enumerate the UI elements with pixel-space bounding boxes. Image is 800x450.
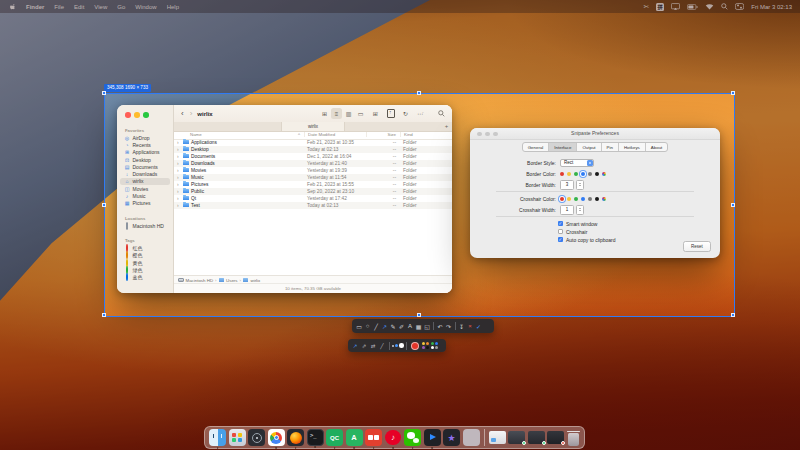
- border-width-stepper[interactable]: [576, 180, 584, 190]
- palette-blue[interactable]: [435, 342, 438, 345]
- pencil-tool-icon[interactable]: ✎: [389, 321, 397, 332]
- sidebar-item-pictures[interactable]: ▦Pictures: [120, 200, 170, 207]
- color-yellow-swatch[interactable]: [567, 172, 571, 176]
- dock-finder-icon[interactable]: [209, 429, 226, 446]
- column-view-button[interactable]: ▥: [343, 108, 354, 119]
- disclosure-icon[interactable]: ›: [177, 146, 181, 152]
- sidebar-tag-yellow[interactable]: 黄色: [120, 259, 170, 266]
- sidebar-item-airdrop[interactable]: ◎AirDrop: [120, 134, 170, 141]
- tab-output[interactable]: Output: [577, 143, 601, 151]
- color-custom-swatch[interactable]: [602, 172, 606, 176]
- sidebar-item-recents[interactable]: ◔Recents: [120, 141, 170, 148]
- zoom-button[interactable]: [143, 112, 149, 118]
- toolbar-search-icon[interactable]: [436, 108, 447, 119]
- action-menu-button[interactable]: ⋯ˇ: [415, 108, 426, 119]
- selection-handle[interactable]: [731, 203, 735, 207]
- sidebar-tag-blue[interactable]: 蓝色: [120, 273, 170, 280]
- disclosure-icon[interactable]: ›: [177, 181, 181, 187]
- dock-qc-app-icon[interactable]: QC: [326, 429, 343, 446]
- dock-dark-browser-icon[interactable]: [248, 429, 265, 446]
- disclosure-icon[interactable]: ›: [177, 153, 181, 159]
- sidebar-tag-green[interactable]: 绿色: [120, 266, 170, 273]
- redo-icon[interactable]: ↷: [445, 321, 453, 332]
- disclosure-icon[interactable]: ›: [177, 160, 181, 166]
- minimized-window-thumbnail[interactable]: [489, 431, 506, 444]
- color-red-swatch[interactable]: [560, 172, 564, 176]
- text-tool-icon[interactable]: A: [406, 321, 414, 332]
- selection-handle[interactable]: [417, 313, 421, 317]
- dock-wechat-icon[interactable]: [404, 429, 421, 446]
- path-item-disk[interactable]: Macintosh HD: [186, 278, 214, 283]
- menu-bar-clock[interactable]: Fri Mar 3 02:13: [751, 4, 792, 10]
- color-black-swatch[interactable]: [595, 197, 599, 201]
- sync-button[interactable]: ↻: [400, 108, 411, 119]
- cancel-icon[interactable]: ×: [466, 321, 474, 332]
- eraser-tool-icon[interactable]: ◱: [423, 321, 431, 332]
- tab-pin[interactable]: Pin: [602, 143, 619, 151]
- color-green-swatch[interactable]: [574, 172, 578, 176]
- mosaic-tool-icon[interactable]: ▦: [415, 321, 423, 332]
- color-blue-swatch-selected[interactable]: [581, 172, 585, 176]
- arrow-style-solid-icon[interactable]: ↗: [351, 341, 359, 351]
- dock-video-player-icon[interactable]: [424, 429, 441, 446]
- tab-about[interactable]: About: [646, 143, 667, 151]
- rectangle-tool-icon[interactable]: ▭: [355, 321, 363, 332]
- menu-window[interactable]: Window: [135, 4, 156, 10]
- size-small-dot[interactable]: [392, 345, 394, 347]
- icon-view-button[interactable]: ⊞: [319, 108, 330, 119]
- wifi-icon[interactable]: [705, 3, 714, 10]
- dock-terminal-icon[interactable]: >_: [307, 429, 324, 446]
- column-size[interactable]: Size: [366, 132, 400, 137]
- minimize-button[interactable]: [485, 132, 490, 137]
- selection-handle[interactable]: [417, 91, 421, 95]
- snipaste-menu-icon[interactable]: ✂: [643, 3, 649, 11]
- undo-icon[interactable]: ↶: [436, 321, 444, 332]
- minimized-window-thumbnail[interactable]: [547, 431, 564, 444]
- palette-orange[interactable]: [426, 342, 429, 345]
- close-button[interactable]: [125, 112, 131, 118]
- path-item-home[interactable]: wirlix: [250, 278, 260, 283]
- new-tab-button[interactable]: +: [443, 123, 450, 130]
- battery-icon[interactable]: [687, 4, 698, 10]
- color-custom-swatch[interactable]: [602, 197, 606, 201]
- sidebar-item-documents[interactable]: ▤Documents: [120, 163, 170, 170]
- sidebar-tag-orange[interactable]: 橙色: [120, 252, 170, 259]
- disclosure-icon[interactable]: ›: [177, 174, 181, 180]
- table-row[interactable]: ›PublicSep 20, 2022 at 23:10--Folder: [174, 188, 452, 195]
- forward-button[interactable]: ›: [187, 106, 196, 121]
- crosshair-width-field[interactable]: 1: [560, 205, 574, 215]
- table-row[interactable]: ›MusicYesterday at 11:54--Folder: [174, 174, 452, 181]
- palette-green[interactable]: [431, 342, 434, 345]
- sidebar-tag-red[interactable]: 红色: [120, 244, 170, 251]
- confirm-icon[interactable]: ✓: [475, 321, 483, 332]
- dock-netease-music-icon[interactable]: ♪: [385, 429, 402, 446]
- color-gray-swatch[interactable]: [588, 172, 592, 176]
- sidebar-item-movies[interactable]: ◫Movies: [120, 185, 170, 192]
- column-kind[interactable]: Kind: [400, 132, 452, 137]
- table-row[interactable]: ›QtYesterday at 17:42--Folder: [174, 195, 452, 202]
- disclosure-icon[interactable]: ›: [177, 139, 181, 145]
- palette-gray[interactable]: [435, 346, 438, 349]
- arrow-style-double-icon[interactable]: ⇄: [369, 341, 377, 351]
- size-medium-dot[interactable]: [395, 344, 398, 347]
- screen-mirroring-icon[interactable]: [671, 3, 680, 10]
- sidebar-item-desktop[interactable]: ⊡Desktop: [120, 156, 170, 163]
- color-yellow-swatch[interactable]: [567, 197, 571, 201]
- dock-launchpad-icon[interactable]: [229, 429, 246, 446]
- menu-view[interactable]: View: [94, 4, 107, 10]
- color-gray-swatch[interactable]: [588, 197, 592, 201]
- selection-handle[interactable]: [102, 313, 106, 317]
- dock-a-app-icon[interactable]: A: [346, 429, 363, 446]
- column-date-modified[interactable]: Date Modified: [304, 132, 366, 137]
- table-row[interactable]: ›ApplicationsFeb 21, 2023 at 10:35--Fold…: [174, 139, 452, 146]
- color-black-swatch[interactable]: [595, 172, 599, 176]
- save-icon[interactable]: ↧: [458, 321, 466, 332]
- current-color-swatch[interactable]: [411, 342, 419, 350]
- marker-tool-icon[interactable]: ✐: [398, 321, 406, 332]
- palette-white[interactable]: [431, 346, 434, 349]
- sidebar-item-music[interactable]: ♪Music: [120, 192, 170, 199]
- close-button[interactable]: [477, 132, 482, 137]
- border-width-field[interactable]: 3: [560, 180, 574, 190]
- apple-menu-icon[interactable]: [10, 3, 16, 10]
- arrow-tool-icon[interactable]: ↗: [381, 321, 389, 332]
